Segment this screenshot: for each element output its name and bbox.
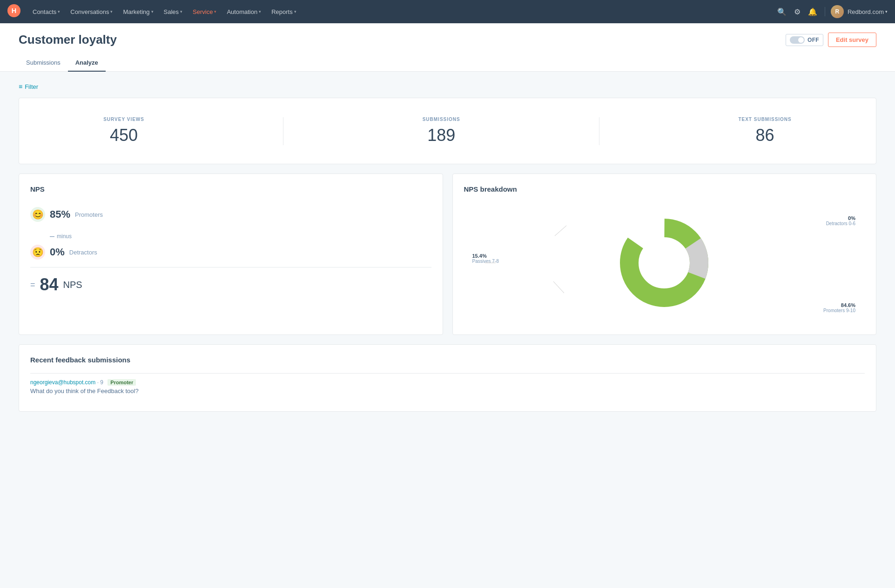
minus-row: – minus	[30, 227, 431, 245]
donut-chart-container: 0% Detractors 0-6 15.4% Passives 7-8 84.…	[464, 202, 865, 323]
tab-submissions[interactable]: Submissions	[19, 54, 68, 72]
chevron-down-icon: ▾	[180, 9, 182, 14]
detractors-pct-label: 0%	[826, 215, 855, 221]
nav-items: Contacts ▾ Conversations ▾ Marketing ▾ S…	[28, 6, 774, 18]
settings-icon[interactable]: ⚙	[792, 6, 802, 18]
nav-domain[interactable]: Redbord.com ▾	[848, 8, 888, 15]
tab-analyze[interactable]: Analyze	[68, 54, 106, 72]
donut-chart	[613, 212, 715, 314]
promoters-row: 😊 85% Promoters	[30, 207, 431, 222]
nav-item-conversations[interactable]: Conversations ▾	[66, 6, 117, 18]
nps-title: NPS	[30, 185, 431, 193]
breakdown-label-detractors: 0% Detractors 0-6	[826, 215, 855, 226]
nps-divider	[30, 267, 431, 267]
filter-icon: ≡	[19, 83, 22, 90]
page-header-top: Customer loyalty OFF Edit survey	[19, 33, 876, 47]
chevron-down-icon: ▾	[259, 9, 261, 14]
stat-label-views: SURVEY VIEWS	[103, 117, 144, 122]
chevron-down-icon: ▾	[110, 9, 113, 14]
submission-question: What do you think of the Feedback tool?	[30, 388, 865, 394]
passives-pct-label: 15.4%	[472, 253, 499, 258]
edit-survey-button[interactable]: Edit survey	[828, 33, 876, 47]
content: ≡ Filter SURVEY VIEWS 450 SUBMISSIONS 18…	[0, 72, 895, 423]
svg-text:H: H	[12, 7, 17, 14]
nav-item-service[interactable]: Service ▾	[188, 6, 221, 18]
avatar-image: R	[831, 5, 844, 18]
search-icon[interactable]: 🔍	[775, 6, 788, 18]
stat-survey-views: SURVEY VIEWS 450	[103, 117, 144, 145]
submission-item: ngeorgieva@hubspot.com · 9 Promoter What…	[30, 373, 865, 400]
minus-label: minus	[57, 233, 72, 240]
stat-label-text: TEXT SUBMISSIONS	[738, 117, 791, 122]
promoters-label: Promoters	[75, 211, 103, 218]
nav-item-automation[interactable]: Automation ▾	[222, 6, 266, 18]
detractors-desc: Detractors 0-6	[826, 221, 855, 226]
passives-desc: Passives 7-8	[472, 258, 499, 263]
nps-breakdown-card: NPS breakdown 0% Detractors 0-6	[452, 174, 877, 335]
stat-divider-1	[283, 117, 283, 145]
detractors-label: Detractors	[69, 249, 97, 256]
submission-score: 9	[100, 379, 103, 386]
promoter-emoji: 😊	[30, 207, 45, 222]
nav-divider	[825, 7, 825, 16]
toggle-switch-container[interactable]: OFF	[786, 34, 823, 46]
header-actions: OFF Edit survey	[786, 33, 876, 47]
chevron-down-icon: ▾	[214, 9, 216, 14]
svg-line-2	[555, 226, 566, 236]
nps-card: NPS 😊 85% Promoters – minus 😟 0% Detract…	[19, 174, 443, 335]
stat-value-submissions: 189	[423, 126, 460, 145]
filter-button[interactable]: ≡ Filter	[19, 83, 38, 90]
nps-total-row: = 84 NPS	[30, 275, 431, 294]
stat-text-submissions: TEXT SUBMISSIONS 86	[738, 117, 791, 145]
promoters-pct-label: 84.6%	[823, 302, 855, 308]
detractor-emoji: 😟	[30, 245, 45, 260]
nav-right: 🔍 ⚙ 🔔 R Redbord.com ▾	[775, 5, 888, 18]
breakdown-title: NPS breakdown	[464, 185, 865, 193]
nps-total-label: NPS	[63, 280, 82, 290]
equals-symbol: =	[30, 280, 35, 290]
nav-item-contacts[interactable]: Contacts ▾	[28, 6, 65, 18]
recent-feedback-card: Recent feedback submissions ngeorgieva@h…	[19, 344, 876, 412]
logo[interactable]: H	[7, 4, 20, 19]
submission-meta: ngeorgieva@hubspot.com · 9 Promoter	[30, 379, 865, 386]
filter-bar: ≡ Filter	[19, 83, 876, 90]
recent-title: Recent feedback submissions	[30, 356, 865, 364]
svg-line-4	[553, 281, 564, 293]
promoters-pct: 85%	[50, 208, 70, 220]
stats-card: SURVEY VIEWS 450 SUBMISSIONS 189 TEXT SU…	[19, 98, 876, 164]
page-title: Customer loyalty	[19, 33, 117, 47]
donut-center	[639, 238, 689, 288]
stat-value-text: 86	[738, 126, 791, 145]
toggle-switch[interactable]	[790, 36, 805, 44]
detractors-row: 😟 0% Detractors	[30, 245, 431, 260]
submission-type-badge: Promoter	[108, 379, 136, 386]
chevron-down-icon: ▾	[885, 9, 888, 14]
tabs: Submissions Analyze	[19, 54, 876, 71]
breakdown-label-promoters: 84.6% Promoters 9-10	[823, 302, 855, 313]
nps-content: 😊 85% Promoters – minus 😟 0% Detractors …	[30, 202, 431, 299]
notifications-icon[interactable]: 🔔	[806, 6, 819, 18]
submission-email: ngeorgieva@hubspot.com	[30, 379, 95, 386]
nav-item-marketing[interactable]: Marketing ▾	[118, 6, 158, 18]
bottom-cards: NPS 😊 85% Promoters – minus 😟 0% Detract…	[19, 174, 876, 335]
stat-label-submissions: SUBMISSIONS	[423, 117, 460, 122]
nav-item-sales[interactable]: Sales ▾	[159, 6, 188, 18]
stat-divider-2	[599, 117, 599, 145]
nav-item-reports[interactable]: Reports ▾	[267, 6, 301, 18]
chevron-down-icon: ▾	[294, 9, 296, 14]
avatar[interactable]: R	[831, 5, 844, 18]
breakdown-label-passives: 15.4% Passives 7-8	[472, 253, 499, 263]
minus-dash: –	[50, 231, 54, 241]
navbar: H Contacts ▾ Conversations ▾ Marketing ▾…	[0, 0, 895, 23]
promoters-desc: Promoters 9-10	[823, 308, 855, 313]
page-header: Customer loyalty OFF Edit survey Submiss…	[0, 23, 895, 72]
nps-total-value: 84	[40, 275, 59, 294]
toggle-label: OFF	[808, 37, 819, 43]
chevron-down-icon: ▾	[151, 9, 154, 14]
chevron-down-icon: ▾	[58, 9, 60, 14]
stat-submissions: SUBMISSIONS 189	[423, 117, 460, 145]
stat-value-views: 450	[103, 126, 144, 145]
detractors-pct: 0%	[50, 246, 65, 258]
